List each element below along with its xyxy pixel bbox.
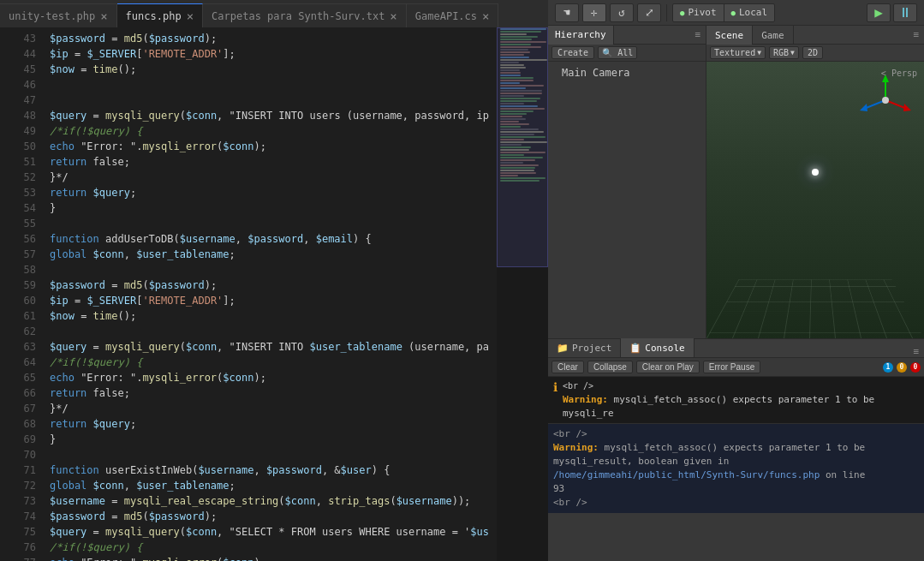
svg-point-6: [882, 97, 889, 104]
hierarchy-menu-btn[interactable]: ≡: [694, 29, 706, 40]
detail-path: /home/gimmeahi/public_html/Synth-Surv/fu…: [553, 468, 919, 482]
hierarchy-label: Hierarchy: [555, 29, 606, 40]
scene-light: [812, 169, 819, 176]
detail-linenum: 93: [553, 482, 919, 496]
code-line-76: /*if(!$query) {: [43, 540, 497, 555]
code-line-66: return false;: [43, 385, 497, 401]
code-line-62: [43, 324, 497, 339]
editor-panel: unity-test.php × funcs.php × Carpetas pa…: [0, 0, 548, 561]
unity-panel: ☚ ✛ ↺ ⤢ ● Pivot ● Local ▶ ⏸: [548, 0, 924, 561]
scale-tool-btn[interactable]: ⤢: [637, 3, 661, 22]
code-line-59: $password = md5($password);: [43, 278, 497, 293]
unity-top: Hierarchy ≡ Create 🔍 All Main Camera: [548, 26, 924, 338]
console-text-1: <br /> Warning: mysqli_fetch_assoc() exp…: [563, 379, 919, 421]
code-area: 4344454647484950515253545556575859606162…: [0, 27, 548, 561]
local-btn[interactable]: ● Local: [724, 4, 775, 21]
scene-grid: [706, 280, 924, 338]
unity-bottom: 📁 Project 📋 Console ≡ Clear Collapse Cle…: [548, 338, 924, 561]
console-content: ℹ <br /> Warning: mysqli_fetch_assoc() e…: [548, 377, 924, 561]
tab-funcs-close[interactable]: ×: [187, 10, 194, 22]
console-tab-label: Console: [645, 343, 684, 354]
code-line-60: $ip = $_SERVER['REMOTE_ADDR'];: [43, 293, 497, 308]
scene-tab-label: Scene: [715, 30, 743, 41]
scene-game-panel: Scene Game ≡ Textured ▼ RGB ▼: [706, 26, 924, 338]
hierarchy-panel: Hierarchy ≡ Create 🔍 All Main Camera: [548, 26, 706, 338]
collapse-btn[interactable]: Collapse: [587, 361, 633, 373]
code-line-64: /*if(!$query) {: [43, 355, 497, 370]
code-line-47: [43, 93, 497, 108]
rotate-tool-btn[interactable]: ↺: [610, 3, 634, 22]
hierarchy-tab[interactable]: Hierarchy: [548, 26, 614, 45]
tab-carpetas-close[interactable]: ×: [390, 10, 396, 22]
warn-count-badge: 0: [897, 362, 907, 373]
clear-btn[interactable]: Clear: [551, 361, 584, 373]
console-icon: 📋: [629, 343, 641, 354]
play-btn[interactable]: ▶: [867, 3, 891, 22]
code-line-74: $password = md5($password);: [43, 509, 497, 524]
svg-marker-3: [903, 104, 911, 111]
hand-tool-btn[interactable]: ☚: [555, 3, 579, 22]
pivot-btn[interactable]: ● Pivot: [673, 4, 724, 21]
code-line-70: [43, 447, 497, 463]
scene-options: Textured ▼ RGB ▼ 2D: [706, 45, 924, 62]
error-pause-btn[interactable]: Error Pause: [703, 361, 760, 373]
scene-menu-btn[interactable]: ≡: [913, 26, 924, 44]
move-tool-btn[interactable]: ✛: [582, 3, 606, 22]
twod-btn[interactable]: 2D: [802, 46, 823, 59]
tab-bar: unity-test.php × funcs.php × Carpetas pa…: [0, 0, 548, 27]
tab-funcs[interactable]: funcs.php ×: [117, 3, 203, 27]
code-line-75: $query = mysqli_query($conn, "SELECT * F…: [43, 524, 497, 540]
code-line-49: /*if(!$query) {: [43, 123, 497, 139]
project-tab[interactable]: 📁 Project: [548, 338, 621, 357]
scene-tab[interactable]: Scene: [706, 26, 753, 45]
all-search-btn[interactable]: 🔍 All: [598, 46, 637, 59]
code-content[interactable]: $password = md5($password); $ip = $_SERV…: [43, 27, 497, 561]
code-line-56: function addUserToDB($username, $passwor…: [43, 231, 497, 247]
rgb-dropdown[interactable]: RGB ▼: [769, 46, 799, 59]
console-row-1[interactable]: ℹ <br /> Warning: mysqli_fetch_assoc() e…: [548, 377, 924, 424]
console-detail: <br /> Warning: mysqli_fetch_assoc() exp…: [548, 424, 924, 513]
code-line-43: $password = md5($password);: [43, 31, 497, 46]
tab-gameapi[interactable]: GameAPI.cs ×: [407, 3, 499, 27]
hierarchy-header: Hierarchy ≡: [548, 26, 706, 45]
console-toolbar: Clear Collapse Clear on Play Error Pause…: [548, 358, 924, 377]
pivot-local-group: ● Pivot ● Local: [672, 3, 775, 22]
game-tab-label: Game: [761, 30, 784, 41]
scene-gizmo: [855, 70, 915, 130]
code-line-45: $now = time();: [43, 62, 497, 77]
code-line-44: $ip = $_SERVER['REMOTE_ADDR'];: [43, 46, 497, 62]
tab-unity-test-label: unity-test.php: [9, 10, 95, 22]
hierarchy-content: Main Camera: [548, 62, 706, 338]
tab-unity-test-close[interactable]: ×: [100, 10, 107, 22]
console-menu-btn[interactable]: ≡: [913, 346, 924, 357]
svg-line-4: [864, 100, 885, 109]
warning-icon-1: ℹ: [553, 380, 557, 394]
tab-gameapi-close[interactable]: ×: [482, 10, 489, 22]
code-line-57: global $conn, $user_tablename;: [43, 247, 497, 262]
tab-carpetas[interactable]: Carpetas para Synth-Surv.txt ×: [203, 3, 407, 27]
create-btn[interactable]: Create: [551, 46, 594, 59]
scene-persp-label: < Persp: [881, 69, 917, 78]
code-line-55: [43, 216, 497, 231]
detail-line2: mysqli_result, boolean given in: [553, 455, 919, 468]
code-line-68: return $query;: [43, 416, 497, 432]
code-line-77: echo "Error: ".mysqli_error($conn);: [43, 555, 497, 561]
code-line-61: $now = time();: [43, 308, 497, 324]
textured-dropdown[interactable]: Textured ▼: [710, 46, 766, 59]
scene-view[interactable]: < Persp: [706, 62, 924, 338]
pivot-label: Pivot: [688, 7, 716, 18]
pause-btn[interactable]: ⏸: [893, 3, 917, 22]
minimap[interactable]: [497, 27, 548, 561]
code-line-72: global $conn, $user_tablename;: [43, 478, 497, 493]
code-line-63: $query = mysqli_query($conn, "INSERT INT…: [43, 339, 497, 355]
code-line-48: $query = mysqli_query($conn, "INSERT INT…: [43, 108, 497, 123]
code-line-46: [43, 77, 497, 93]
hierarchy-main-camera[interactable]: Main Camera: [551, 65, 702, 81]
tab-funcs-label: funcs.php: [126, 10, 182, 22]
tab-unity-test[interactable]: unity-test.php ×: [0, 3, 117, 27]
svg-marker-5: [860, 104, 867, 111]
console-tab[interactable]: 📋 Console: [621, 338, 694, 357]
game-tab[interactable]: Game: [753, 26, 794, 45]
main-camera-label: Main Camera: [562, 67, 629, 79]
clear-on-play-btn[interactable]: Clear on Play: [636, 361, 700, 373]
